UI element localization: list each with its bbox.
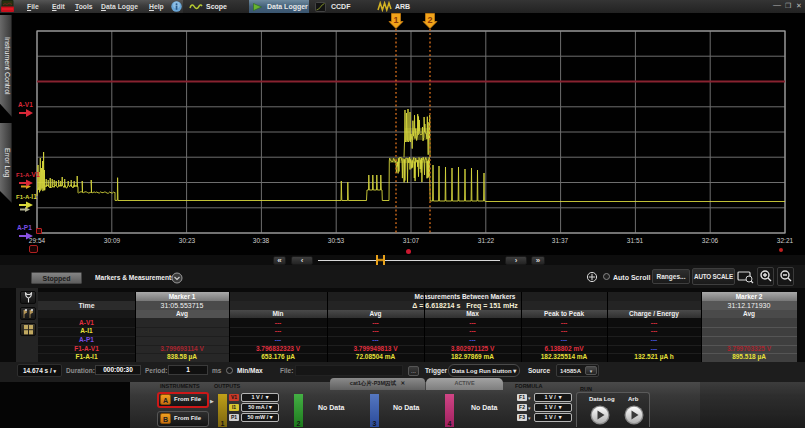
svg-text:1: 1 [393, 15, 398, 25]
svg-text:2: 2 [427, 15, 432, 25]
